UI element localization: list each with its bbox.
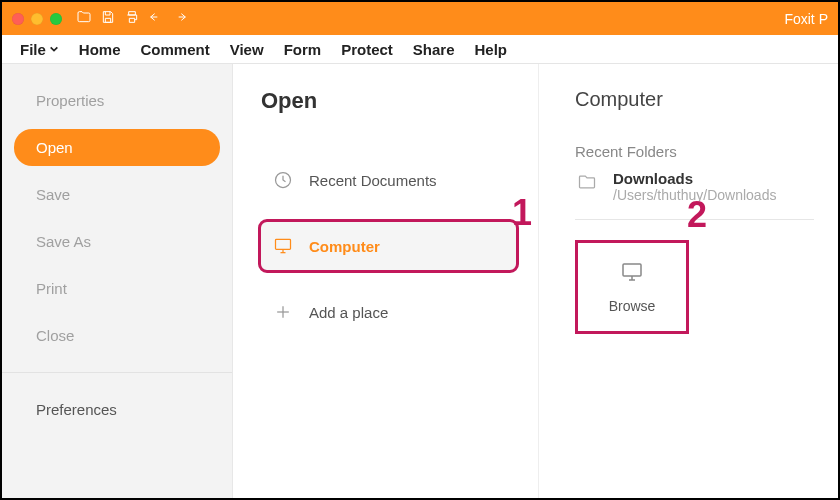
annotation-1: 1 (512, 192, 532, 234)
app-title: Foxit P (784, 11, 828, 27)
recent-folder-name: Downloads (613, 170, 776, 187)
menu-comment[interactable]: Comment (141, 41, 210, 58)
app-window: Foxit P File Home Comment View Form Prot… (0, 0, 840, 500)
open-item-recent-documents[interactable]: Recent Documents (261, 160, 516, 200)
print-icon[interactable] (124, 9, 140, 28)
quick-access-toolbar (76, 9, 188, 28)
open-item-add-place[interactable]: Add a place (261, 292, 516, 332)
browse-label: Browse (609, 298, 656, 314)
menu-file-label: File (20, 41, 46, 58)
save-file-icon[interactable] (100, 9, 116, 28)
menu-help[interactable]: Help (475, 41, 508, 58)
open-panel: Open Recent Documents Computer Add a pla… (233, 64, 538, 498)
file-sidebar: Properties Open Save Save As Print Close… (2, 64, 233, 498)
redo-icon[interactable] (172, 9, 188, 28)
menubar: File Home Comment View Form Protect Shar… (2, 35, 838, 64)
svg-rect-1 (276, 239, 291, 249)
open-item-label: Computer (309, 238, 380, 255)
open-panel-title: Open (261, 88, 516, 114)
sidebar-item-print[interactable]: Print (2, 270, 232, 307)
undo-icon[interactable] (148, 9, 164, 28)
menu-share[interactable]: Share (413, 41, 455, 58)
sidebar-item-properties[interactable]: Properties (2, 82, 232, 119)
menu-protect[interactable]: Protect (341, 41, 393, 58)
browse-button[interactable]: Browse (575, 240, 689, 334)
folder-icon (575, 172, 599, 192)
close-window-button[interactable] (12, 13, 24, 25)
annotation-2: 2 (687, 194, 707, 236)
computer-icon (273, 236, 293, 256)
open-item-computer[interactable]: Computer (261, 222, 516, 270)
sidebar-item-save[interactable]: Save (2, 176, 232, 213)
sidebar-item-preferences[interactable]: Preferences (2, 391, 232, 428)
computer-panel: Computer Recent Folders Downloads /Users… (538, 64, 838, 498)
open-source-list: Recent Documents Computer Add a place (261, 160, 516, 332)
recent-folders-label: Recent Folders (575, 143, 814, 160)
chevron-down-icon (49, 44, 59, 54)
titlebar: Foxit P (2, 2, 838, 35)
sidebar-separator (2, 372, 232, 373)
sidebar-item-close[interactable]: Close (2, 317, 232, 354)
content-area: Properties Open Save Save As Print Close… (2, 64, 838, 498)
zoom-window-button[interactable] (50, 13, 62, 25)
svg-rect-2 (623, 264, 641, 276)
open-item-label: Recent Documents (309, 172, 437, 189)
menu-home[interactable]: Home (79, 41, 121, 58)
open-file-icon[interactable] (76, 9, 92, 28)
minimize-window-button[interactable] (31, 13, 43, 25)
menu-form[interactable]: Form (284, 41, 322, 58)
sidebar-item-saveas[interactable]: Save As (2, 223, 232, 260)
computer-icon (618, 260, 646, 284)
computer-panel-title: Computer (575, 88, 814, 111)
plus-icon (273, 302, 293, 322)
window-controls (12, 13, 62, 25)
sidebar-item-open[interactable]: Open (14, 129, 220, 166)
menu-view[interactable]: View (230, 41, 264, 58)
menu-file[interactable]: File (20, 41, 59, 58)
open-item-label: Add a place (309, 304, 388, 321)
clock-icon (273, 170, 293, 190)
